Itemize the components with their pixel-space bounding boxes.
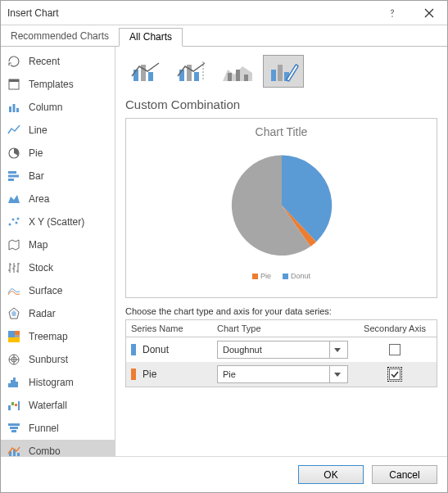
ok-button[interactable]: OK	[298, 465, 364, 484]
chart-type-select-donut[interactable]: Doughnut	[217, 341, 348, 359]
legend-item-donut: Donut	[283, 272, 310, 280]
sidebar-item-waterfall[interactable]: Waterfall	[1, 394, 115, 417]
combo-subtype-clustered-column-line[interactable]	[125, 55, 166, 88]
chevron-down-icon	[329, 341, 344, 358]
sidebar-item-histogram[interactable]: Histogram	[1, 371, 115, 394]
tab-all-charts[interactable]: All Charts	[119, 28, 183, 47]
col-chart-type: Chart Type	[217, 323, 358, 333]
svg-rect-25	[8, 405, 11, 410]
sidebar-item-templates[interactable]: Templates	[1, 73, 115, 96]
series-row-pie: Pie Pie	[126, 362, 437, 387]
svg-rect-6	[8, 171, 16, 174]
section-title: Custom Combination	[125, 97, 437, 111]
funnel-icon	[6, 420, 22, 436]
chart-type-select-pie[interactable]: Pie	[217, 365, 348, 383]
col-secondary-axis: Secondary Axis	[358, 323, 432, 333]
close-icon	[424, 8, 434, 18]
svg-rect-24	[16, 382, 18, 387]
area-icon	[6, 191, 22, 207]
combo-subtype-clustered-column-line-secondary[interactable]	[171, 55, 212, 88]
chart-preview[interactable]: Chart Title Pie Donut	[125, 118, 437, 298]
help-button[interactable]	[373, 1, 410, 25]
sidebar-item-map[interactable]: Map	[1, 233, 115, 256]
legend-swatch-donut	[283, 274, 288, 279]
close-button[interactable]	[410, 1, 447, 25]
tab-recommended[interactable]: Recommended Charts	[1, 28, 119, 47]
sidebar-item-area[interactable]: Area	[1, 188, 115, 210]
sidebar-item-recent[interactable]: Recent	[1, 50, 115, 73]
svg-point-10	[12, 219, 15, 221]
radar-icon	[6, 305, 22, 322]
line-icon	[6, 122, 22, 138]
svg-rect-7	[8, 175, 19, 178]
series-grid-header: Series Name Chart Type Secondary Axis	[126, 320, 437, 337]
svg-rect-44	[244, 75, 248, 81]
column-icon	[6, 99, 22, 115]
col-series-name: Series Name	[131, 323, 217, 333]
sidebar-item-scatter[interactable]: X Y (Scatter)	[1, 210, 115, 233]
sidebar-item-radar[interactable]: Radar	[1, 302, 115, 325]
svg-rect-31	[11, 430, 16, 432]
window-controls	[373, 1, 447, 25]
sunburst-icon	[6, 351, 22, 368]
svg-rect-27	[15, 404, 17, 406]
recent-icon	[6, 53, 22, 70]
svg-rect-43	[236, 70, 240, 81]
chart-category-sidebar: Recent Templates Column Line Pie Bar Are…	[1, 47, 115, 456]
pie-icon	[6, 145, 22, 161]
histogram-icon	[6, 374, 22, 391]
svg-rect-45	[271, 70, 276, 81]
legend-swatch-pie	[252, 274, 258, 279]
bar-icon	[6, 168, 22, 184]
svg-rect-28	[18, 401, 20, 410]
scatter-icon	[6, 214, 22, 230]
series-swatch-pie	[131, 369, 136, 380]
svg-rect-16	[15, 331, 20, 335]
waterfall-icon	[6, 397, 22, 414]
sidebar-item-column[interactable]: Column	[1, 96, 115, 119]
cancel-button[interactable]: Cancel	[372, 465, 437, 484]
svg-rect-21	[8, 383, 11, 387]
svg-rect-2	[9, 106, 11, 112]
chart-title: Chart Title	[256, 125, 308, 138]
svg-point-11	[16, 222, 18, 224]
svg-rect-30	[10, 427, 18, 429]
sidebar-item-treemap[interactable]: Treemap	[1, 325, 115, 348]
dialog-title: Insert Chart	[7, 7, 59, 19]
combo-subtype-custom[interactable]	[263, 55, 304, 88]
map-icon	[6, 237, 22, 253]
svg-point-9	[9, 224, 11, 226]
checkmark-icon	[391, 370, 399, 378]
svg-rect-29	[8, 423, 20, 426]
sidebar-item-funnel[interactable]: Funnel	[1, 417, 115, 440]
chart-legend: Pie Donut	[252, 272, 310, 280]
sidebar-item-sunburst[interactable]: Sunburst	[1, 348, 115, 371]
svg-rect-1	[9, 79, 19, 82]
secondary-axis-checkbox-donut[interactable]	[389, 344, 400, 355]
stock-icon	[6, 260, 22, 276]
svg-rect-23	[13, 378, 16, 387]
svg-rect-26	[11, 402, 14, 405]
surface-icon	[6, 283, 22, 299]
combo-subtype-stacked-area-clustered-column[interactable]	[217, 55, 258, 88]
sidebar-item-bar[interactable]: Bar	[1, 165, 115, 188]
sidebar-item-combo[interactable]: Combo	[1, 440, 115, 456]
sidebar-item-line[interactable]: Line	[1, 119, 115, 142]
svg-rect-3	[13, 104, 16, 112]
help-icon	[387, 7, 398, 19]
legend-item-pie: Pie	[252, 272, 271, 280]
series-hint: Choose the chart type and axis for your …	[125, 306, 437, 316]
treemap-icon	[6, 328, 22, 345]
sidebar-item-surface[interactable]: Surface	[1, 279, 115, 302]
svg-rect-40	[194, 72, 199, 81]
series-row-donut: Donut Doughnut	[126, 337, 437, 362]
sidebar-item-pie[interactable]: Pie	[1, 142, 115, 165]
combo-icon	[6, 443, 22, 456]
secondary-axis-checkbox-pie[interactable]	[389, 369, 400, 380]
svg-rect-8	[8, 179, 14, 181]
svg-rect-4	[16, 108, 19, 112]
svg-rect-22	[11, 380, 13, 387]
svg-rect-15	[8, 331, 15, 337]
pie-chart	[212, 143, 351, 270]
sidebar-item-stock[interactable]: Stock	[1, 256, 115, 279]
